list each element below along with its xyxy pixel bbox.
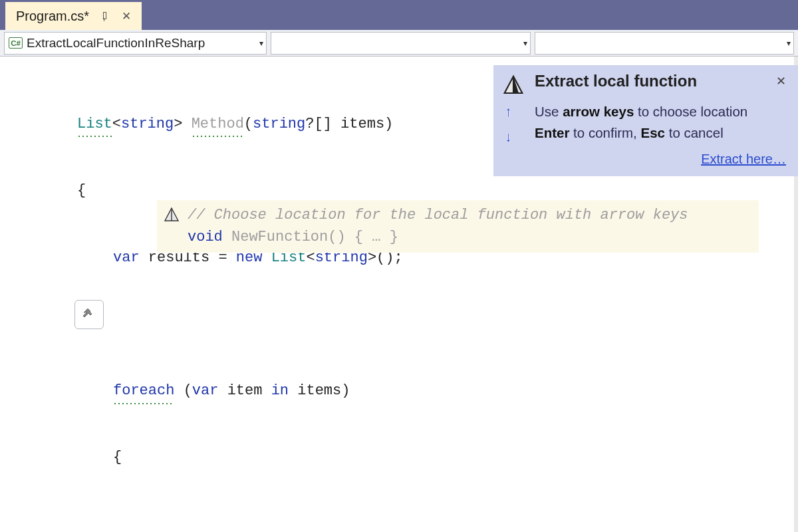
insertion-fn-name: NewFunction <box>231 229 328 245</box>
tok-keyword: string <box>121 116 174 132</box>
hammer-icon <box>81 307 97 323</box>
member-dropdown[interactable] <box>271 32 531 55</box>
scope-dropdown[interactable]: C# ExtractLocalFunctionInReSharp <box>4 32 267 55</box>
extract-here-link[interactable]: Extract here… <box>503 152 786 167</box>
tok-brace: { <box>77 182 86 199</box>
quick-fix-button[interactable] <box>74 300 104 329</box>
insertion-comment: // Choose location for the local functio… <box>188 204 688 226</box>
hint-body: Use arrow keys to choose location Enter … <box>535 101 786 144</box>
tok-keyword: var <box>113 249 140 266</box>
tab-strip: Program.cs* <box>0 0 798 30</box>
tok-method: Method <box>192 113 244 135</box>
tok-keyword: var <box>192 382 219 399</box>
tok-var: items <box>297 382 341 399</box>
csharp-badge-icon: C# <box>9 37 23 49</box>
insertion-rest: () { … } <box>328 229 398 245</box>
tok-keyword: void <box>188 229 223 245</box>
file-tab[interactable]: Program.cs* <box>5 2 142 30</box>
type-dropdown[interactable] <box>535 32 795 55</box>
pyramid-icon <box>164 207 180 223</box>
hint-text: to cancel <box>665 125 724 140</box>
arrow-indicator: ↑ ↓ <box>505 104 512 145</box>
hint-title: Extract local function <box>535 72 765 90</box>
close-icon[interactable] <box>776 74 786 88</box>
blank-line <box>0 313 798 335</box>
tok-keyword: in <box>271 382 289 399</box>
blank-line <box>0 513 798 532</box>
refactor-hint-panel: Extract local function ↑ ↓ Use arrow key… <box>493 65 798 176</box>
hint-text: to confirm, <box>569 125 640 140</box>
tok-brace: { <box>113 449 122 466</box>
insertion-preview[interactable]: // Choose location for the local functio… <box>157 200 759 253</box>
arrow-up-icon: ↑ <box>505 104 512 120</box>
hint-strong: Enter <box>535 125 569 140</box>
chevron-down-icon <box>523 39 527 48</box>
file-tab-title: Program.cs* <box>16 9 89 24</box>
tok-type: List <box>77 113 112 135</box>
hint-strong: arrow keys <box>563 104 634 119</box>
tok-keyword: foreach <box>113 380 174 402</box>
tok-param: items <box>340 116 384 132</box>
hint-text: to choose location <box>634 104 747 119</box>
scope-dropdown-text: ExtractLocalFunctionInReSharp <box>27 36 205 51</box>
chevron-down-icon <box>259 39 263 48</box>
close-icon[interactable] <box>120 11 132 22</box>
hint-strong: Esc <box>641 125 665 140</box>
tok-var: item <box>227 382 263 399</box>
arrow-down-icon: ↓ <box>505 129 512 145</box>
nav-bar: C# ExtractLocalFunctionInReSharp <box>0 30 798 57</box>
pin-icon[interactable] <box>100 11 110 21</box>
chevron-down-icon <box>787 39 791 48</box>
insertion-preview-text: // Choose location for the local functio… <box>188 204 688 249</box>
pyramid-icon <box>503 74 524 96</box>
tok-keyword: string <box>253 116 305 132</box>
hint-text: Use <box>535 104 563 119</box>
